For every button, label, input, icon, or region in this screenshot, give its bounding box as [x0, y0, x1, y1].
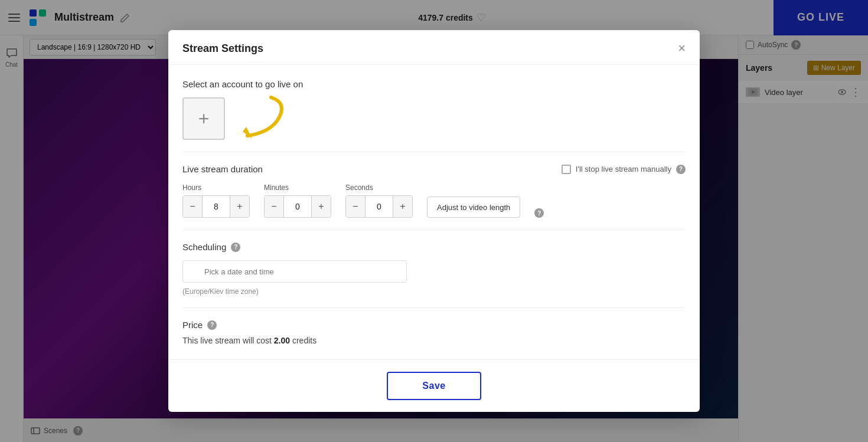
duration-header: Live stream duration I'll stop live stre… — [182, 164, 686, 174]
adjust-to-video-button[interactable]: Adjust to video length — [427, 197, 520, 218]
seconds-stepper: − + — [345, 195, 413, 218]
account-section-label: Select an account to go live on — [182, 79, 686, 89]
minutes-input[interactable] — [283, 196, 312, 217]
manual-stop-row: I'll stop live stream manually ? — [562, 165, 686, 174]
price-title: Price — [182, 320, 203, 330]
minutes-field: Minutes − + — [264, 184, 331, 218]
minutes-increment-button[interactable]: + — [312, 196, 331, 217]
manual-stop-help-icon[interactable]: ? — [676, 165, 686, 174]
price-amount: 2.00 — [274, 336, 290, 345]
hours-input[interactable] — [202, 196, 230, 217]
scheduling-help-icon[interactable]: ? — [231, 243, 240, 252]
arrow-annotation — [224, 91, 295, 145]
account-section: Select an account to go live on + — [182, 79, 686, 140]
modal-footer: Save — [168, 359, 700, 412]
price-section: Price ? This live stream will cost 2.00 … — [182, 320, 686, 345]
svg-marker-9 — [243, 127, 252, 139]
seconds-decrement-button[interactable]: − — [346, 196, 365, 217]
price-description: This live stream will cost 2.00 credits — [182, 336, 686, 345]
modal-body: Select an account to go live on + Live — [168, 65, 700, 359]
seconds-field: Seconds − + — [345, 184, 413, 218]
price-header: Price ? — [182, 320, 686, 330]
manual-stop-label: I'll stop live stream manually — [576, 165, 671, 173]
modal-close-button[interactable]: × — [678, 42, 686, 55]
scheduling-header: Scheduling ? — [182, 242, 686, 252]
duration-inputs: Hours − + Minutes − + — [182, 184, 686, 218]
seconds-increment-button[interactable]: + — [393, 196, 412, 217]
price-text-before: This live stream will cost — [182, 336, 274, 345]
duration-help-icon[interactable]: ? — [534, 208, 544, 218]
stream-settings-modal: Stream Settings × Select an account to g… — [168, 30, 700, 412]
hours-increment-button[interactable]: + — [230, 196, 249, 217]
hours-label: Hours — [182, 184, 250, 192]
scheduling-section: Scheduling ? 🕐 (Europe/Kiev time zone) — [182, 242, 686, 296]
minutes-decrement-button[interactable]: − — [265, 196, 283, 217]
timezone-label: (Europe/Kiev time zone) — [182, 287, 686, 296]
minutes-stepper: − + — [264, 195, 331, 218]
add-account-button[interactable]: + — [182, 97, 225, 140]
price-help-icon[interactable]: ? — [207, 320, 217, 330]
price-text-after: credits — [290, 336, 316, 345]
hours-decrement-button[interactable]: − — [183, 196, 202, 217]
modal-title: Stream Settings — [182, 42, 263, 55]
datetime-input[interactable] — [182, 260, 407, 283]
manual-stop-checkbox[interactable] — [562, 165, 571, 174]
hours-field: Hours − + — [182, 184, 250, 218]
duration-title: Live stream duration — [182, 164, 263, 174]
datetime-wrapper: 🕐 — [182, 260, 407, 283]
duration-section: Live stream duration I'll stop live stre… — [182, 164, 686, 218]
minutes-label: Minutes — [264, 184, 331, 192]
hours-stepper: − + — [182, 195, 250, 218]
seconds-input[interactable] — [365, 196, 393, 217]
modal-overlay: Stream Settings × Select an account to g… — [0, 0, 868, 442]
modal-header: Stream Settings × — [168, 30, 700, 65]
seconds-label: Seconds — [345, 184, 413, 192]
scheduling-title: Scheduling — [182, 242, 226, 252]
save-button[interactable]: Save — [387, 372, 481, 400]
